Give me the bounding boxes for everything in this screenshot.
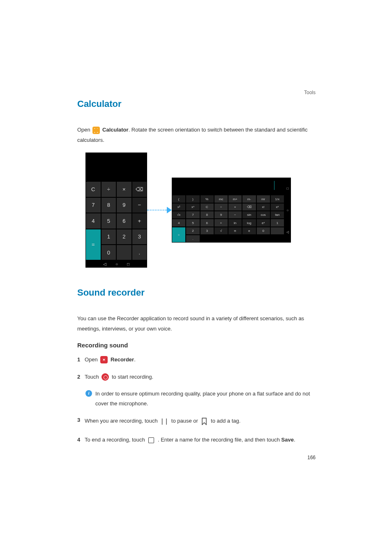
calc-key: % bbox=[200, 195, 214, 203]
calc-key: 5 bbox=[101, 213, 117, 229]
calc-key bbox=[116, 245, 132, 260]
calc-key: × bbox=[228, 203, 242, 211]
calculator-intro: Open Calculator. Rotate the screen orien… bbox=[77, 125, 316, 145]
step-3: When you are recording, touch | | to pau… bbox=[77, 415, 316, 428]
intro-bold: Calculator bbox=[102, 127, 129, 133]
calc-key: ÷ bbox=[214, 203, 228, 211]
calc-key: ( bbox=[172, 195, 186, 203]
calc-key: 6 bbox=[200, 219, 214, 227]
calc-key: C bbox=[200, 203, 214, 211]
page-number: 166 bbox=[77, 455, 316, 460]
calc-key: . bbox=[132, 245, 148, 260]
step4-pre: To end a recording, touch bbox=[85, 437, 146, 443]
nav-icon: □ bbox=[287, 187, 289, 190]
recorder-app-icon bbox=[100, 356, 108, 363]
recorder-intro: You can use the Recorder application to … bbox=[77, 314, 316, 334]
calculator-heading: Calculator bbox=[77, 99, 316, 109]
calc-key: 5 bbox=[186, 219, 200, 227]
step2-post: to start recording. bbox=[112, 374, 153, 380]
calc-key: m+ bbox=[228, 195, 242, 203]
pause-icon: | | bbox=[161, 415, 168, 428]
calc-key: ) bbox=[186, 195, 200, 203]
calc-key: 4 bbox=[172, 219, 186, 227]
calc-key: 4 bbox=[85, 213, 101, 229]
step4-bold: Save bbox=[281, 437, 294, 443]
calc-key: 3 bbox=[200, 227, 214, 235]
calc-key: 0 bbox=[256, 227, 270, 235]
calc-key: ln bbox=[228, 219, 242, 227]
calc-key: . bbox=[186, 235, 200, 243]
step3-post: to add a tag. bbox=[211, 418, 240, 424]
calc-key: mc bbox=[214, 195, 228, 203]
calc-key: eⁿ bbox=[256, 219, 270, 227]
calc-key: mr bbox=[256, 195, 270, 203]
calc-key: 8 bbox=[200, 211, 214, 219]
calc-key: √x bbox=[172, 211, 186, 219]
record-button-icon bbox=[101, 373, 109, 381]
step4-mid: . Enter a name for the recording file, a… bbox=[158, 437, 281, 443]
running-header: Tools bbox=[77, 90, 316, 95]
calc-key: cos bbox=[256, 211, 270, 219]
calc-key: − bbox=[132, 197, 148, 213]
nav-icon: ○ bbox=[115, 262, 118, 266]
step3-mid: to pause or bbox=[171, 418, 200, 424]
calc-key: 7 bbox=[186, 211, 200, 219]
calc-portrait-display bbox=[85, 153, 147, 181]
calc-key: = bbox=[85, 229, 101, 261]
calculator-app-icon bbox=[92, 127, 100, 134]
calculator-screenshots: C÷×⌫789−456+123=0. ◁○□ ()%mcm+m-mr1/xx²x… bbox=[85, 153, 316, 268]
step1-bold: Recorder bbox=[111, 356, 134, 363]
calc-key: = bbox=[172, 227, 186, 243]
calc-key: 9 bbox=[214, 211, 228, 219]
step4-post: . bbox=[294, 437, 295, 443]
calc-key bbox=[270, 227, 284, 235]
calc-key: tan bbox=[270, 211, 284, 219]
step1-pre: Open bbox=[85, 356, 99, 363]
calc-landscape-display bbox=[172, 178, 284, 195]
step2-pre: Touch bbox=[85, 374, 100, 380]
calc-key: √ bbox=[214, 227, 228, 235]
bookmark-tag-icon bbox=[201, 418, 207, 425]
calc-key: C bbox=[85, 181, 101, 197]
calc-key: 1 bbox=[270, 219, 284, 227]
calc-key: x² bbox=[172, 203, 186, 211]
info-note: i In order to ensure optimum recording q… bbox=[85, 389, 316, 409]
step-1: Open Recorder. bbox=[77, 354, 316, 365]
stop-icon bbox=[148, 437, 154, 443]
step1-post: . bbox=[134, 356, 136, 363]
calc-key: ⌫ bbox=[132, 181, 148, 197]
calc-key: + bbox=[214, 219, 228, 227]
calc-key: − bbox=[228, 211, 242, 219]
nav-icon: ◁ bbox=[103, 262, 106, 266]
calc-key: 9 bbox=[116, 197, 132, 213]
step3-pre: When you are recording, touch bbox=[85, 418, 159, 424]
calc-key: × bbox=[116, 181, 132, 197]
recording-steps-list: Open Recorder. Touch to start recording. bbox=[77, 354, 316, 382]
calculator-portrait-screenshot: C÷×⌫789−456+123=0. ◁○□ bbox=[85, 153, 147, 268]
nav-icon: □ bbox=[127, 262, 129, 266]
calc-key: 3 bbox=[132, 229, 148, 245]
recording-sound-subhead: Recording sound bbox=[77, 342, 316, 349]
calc-key: 1/x bbox=[270, 195, 284, 203]
calc-key: ⌫ bbox=[242, 203, 256, 211]
nav-icon: ○ bbox=[287, 208, 289, 212]
calc-key: 2 bbox=[186, 227, 200, 235]
intro-text-pre: Open bbox=[77, 127, 92, 133]
recorder-heading: Sound recorder bbox=[77, 287, 316, 298]
calc-key: + bbox=[132, 213, 148, 229]
note-text: In order to ensure optimum recording qua… bbox=[95, 389, 316, 409]
calc-key: log bbox=[242, 219, 256, 227]
recording-steps-list-cont: When you are recording, touch | | to pau… bbox=[77, 415, 316, 445]
calc-key: 6 bbox=[116, 213, 132, 229]
calc-key: 8 bbox=[101, 197, 117, 213]
step-2: Touch to start recording. bbox=[77, 372, 316, 382]
calc-key: m- bbox=[242, 195, 256, 203]
step-4: To end a recording, touch . Enter a name… bbox=[77, 435, 316, 445]
calc-key: ÷ bbox=[101, 181, 117, 197]
nav-icon: ◁ bbox=[286, 230, 289, 234]
info-icon: i bbox=[85, 390, 92, 397]
calc-key: 1 bbox=[101, 229, 117, 245]
calc-key: x! bbox=[256, 203, 270, 211]
calc-key: e bbox=[242, 227, 256, 235]
calc-key: xⁿ bbox=[186, 203, 200, 211]
